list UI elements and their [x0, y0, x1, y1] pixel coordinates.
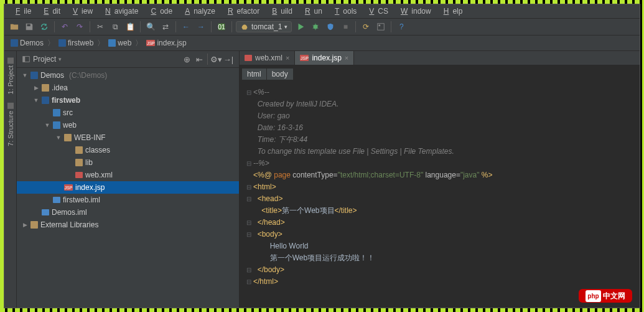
xml-icon	[75, 172, 83, 178]
code-line[interactable]: To change this template use File | Setti…	[245, 146, 640, 158]
target-icon[interactable]: ⊕	[181, 54, 192, 65]
code-line[interactable]: <title>第一个Web项目</title>	[245, 205, 640, 217]
menu-window[interactable]: Window	[393, 6, 435, 17]
menu-edit[interactable]: Edit	[36, 6, 64, 17]
code-line[interactable]: ⊟<%--	[245, 87, 640, 98]
run-config-selector[interactable]: tomcat_1 ▾	[236, 21, 292, 32]
breadcrumb-demos[interactable]: Demos	[8, 37, 46, 49]
menu-help[interactable]: Help	[436, 6, 467, 17]
run-icon[interactable]	[294, 21, 307, 33]
fold-gutter-icon[interactable]: ⊟	[245, 193, 253, 205]
menu-refactor[interactable]: Refactor	[220, 6, 263, 17]
separator	[90, 21, 90, 32]
cut-icon[interactable]: ✂	[94, 21, 106, 33]
code-line[interactable]: <%@ page contentType="text/html;charset=…	[245, 169, 640, 181]
folder-icon	[42, 84, 49, 92]
tree-node-firstweb[interactable]: ▼firstweb	[17, 94, 239, 106]
menu-code[interactable]: Code	[143, 6, 176, 17]
menu-build[interactable]: Build	[264, 6, 296, 17]
save-icon[interactable]	[23, 21, 35, 33]
tree-node-webinf[interactable]: ▼WEB-INF	[17, 131, 239, 144]
code-token: To change this template use File | Setti…	[253, 147, 454, 156]
code-line[interactable]: ⊟<html>	[245, 181, 640, 193]
code-line[interactable]: ⊟ <head>	[245, 193, 640, 205]
breadcrumb-web[interactable]: web	[106, 37, 134, 49]
html-crumb-html[interactable]: html	[242, 69, 267, 80]
fold-gutter-icon[interactable]: ⊟	[245, 229, 253, 240]
hide-icon[interactable]: →|	[223, 54, 234, 65]
back-icon[interactable]: ←	[180, 21, 192, 33]
replace-icon[interactable]: ⇄	[159, 21, 172, 33]
code-line[interactable]: ⊟ </body>	[245, 264, 640, 276]
fold-gutter-icon[interactable]: ⊟	[245, 158, 253, 169]
code-line[interactable]: ⊟</html>	[245, 276, 640, 288]
code-line[interactable]: Time: 下午8:44	[245, 134, 640, 146]
side-tab-structure[interactable]: 7: Structure	[6, 99, 16, 150]
structure-icon[interactable]	[375, 21, 387, 33]
open-icon[interactable]	[8, 21, 21, 33]
redo-icon[interactable]: ↷	[73, 21, 86, 33]
fold-gutter-icon[interactable]: ⊟	[245, 87, 253, 98]
tree-node-demos[interactable]: ▼Demos(C:\Demos)	[17, 69, 239, 82]
undo-icon[interactable]: ↶	[58, 21, 71, 33]
svg-rect-7	[23, 57, 26, 62]
code-line[interactable]: Date: 16-3-16	[245, 122, 640, 134]
project-tree[interactable]: ▼Demos(C:\Demos)▶.idea▼firstwebsrc▼web▼W…	[17, 68, 239, 308]
menu-view[interactable]: View	[65, 6, 96, 17]
chevron-down-icon[interactable]: ▾	[58, 56, 62, 62]
code-token	[253, 194, 258, 203]
code-line[interactable]: Created by IntelliJ IDEA.	[245, 98, 640, 110]
code-line[interactable]: ⊟ </head>	[245, 217, 640, 229]
fold-gutter-icon[interactable]: ⊟	[245, 264, 253, 276]
stop-icon[interactable]: ■	[339, 21, 352, 33]
code-line[interactable]: 第一个Web项目运行成功啦！！	[245, 252, 640, 264]
forward-icon[interactable]: →	[195, 21, 207, 33]
code-editor[interactable]: ⊟<%-- Created by IntelliJ IDEA. User: ga…	[240, 83, 640, 308]
collapse-icon[interactable]: ⇤	[194, 54, 205, 65]
breadcrumb-firstweb[interactable]: firstweb	[56, 37, 96, 49]
help-icon[interactable]: ?	[395, 21, 408, 33]
editor-tab-index-jsp[interactable]: JSPindex.jsp×	[295, 51, 354, 65]
fold-gutter-icon[interactable]: ⊟	[245, 276, 253, 288]
fold-gutter-icon[interactable]: ⊟	[245, 217, 253, 229]
code-token: </head>	[258, 218, 285, 227]
tree-node-web[interactable]: ▼web	[17, 119, 239, 131]
code-line[interactable]: Hello World	[245, 240, 640, 252]
sync-icon[interactable]	[38, 21, 50, 33]
tree-node-demosiml[interactable]: Demos.iml	[17, 206, 239, 219]
code-line[interactable]: ⊟ <body>	[245, 229, 640, 240]
tree-node-webxml[interactable]: web.xml	[17, 169, 239, 181]
html-crumb-body[interactable]: body	[267, 69, 294, 80]
editor-tab-web-xml[interactable]: web.xml×	[240, 51, 295, 65]
tree-node-externallibraries[interactable]: ▶External Libraries	[17, 219, 239, 231]
menu-tools[interactable]: Tools	[327, 6, 360, 17]
gear-icon[interactable]: ⚙▾	[210, 54, 222, 65]
close-icon[interactable]: ×	[286, 54, 289, 62]
close-icon[interactable]: ×	[345, 54, 348, 62]
breadcrumb-index.jsp[interactable]: JSPindex.jsp	[144, 37, 189, 49]
menu-run[interactable]: Run	[297, 6, 326, 17]
fold-gutter-icon[interactable]: ⊟	[245, 181, 253, 193]
coverage-icon[interactable]	[324, 21, 337, 33]
tree-node-classes[interactable]: classes	[17, 144, 239, 156]
menu-file[interactable]: File	[8, 6, 35, 17]
menu-vcs[interactable]: VCS	[362, 6, 392, 17]
update-icon[interactable]: ⟳	[360, 21, 372, 33]
tree-node-indexjsp[interactable]: JSPindex.jsp	[17, 181, 239, 194]
tree-node-idea[interactable]: ▶.idea	[17, 82, 239, 94]
side-tab-project[interactable]: 1: Project	[6, 54, 16, 98]
menu-navigate[interactable]: Navigate	[98, 6, 142, 17]
find-icon[interactable]: 🔍	[144, 21, 157, 33]
debug-icon[interactable]	[309, 21, 322, 33]
code-line[interactable]: ⊟--%>	[245, 158, 640, 169]
copy-icon[interactable]: ⧉	[109, 21, 121, 33]
tree-node-firstwebiml[interactable]: firstweb.iml	[17, 194, 239, 206]
paste-icon[interactable]: 📋	[124, 21, 136, 33]
tree-node-lib[interactable]: lib	[17, 156, 239, 169]
tree-node-src[interactable]: src	[17, 106, 239, 119]
code-line[interactable]: User: gao	[245, 110, 640, 122]
folder-icon	[64, 134, 72, 141]
tree-arrow-icon: ▼	[22, 72, 28, 78]
menu-analyze[interactable]: Analyze	[177, 6, 219, 17]
build-icon[interactable]: 01	[215, 21, 228, 33]
